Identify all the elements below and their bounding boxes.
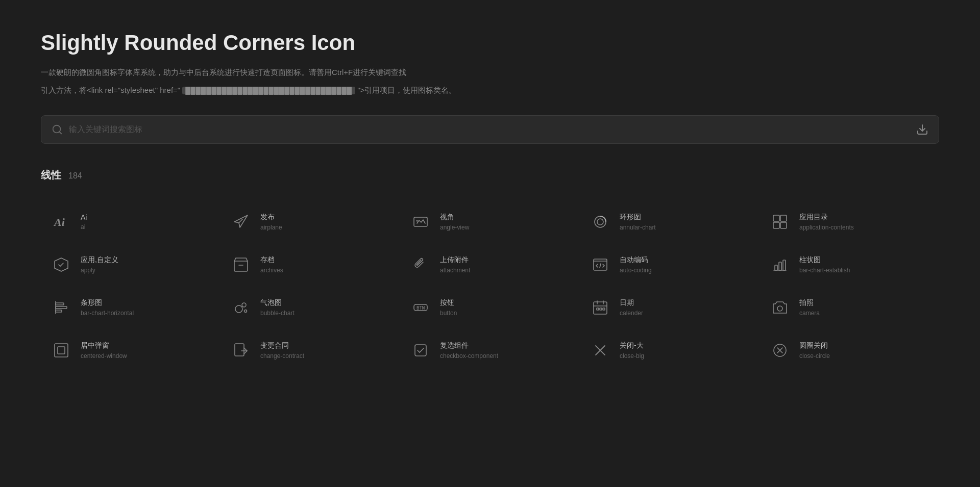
- desc-line2: 引入方法，将<link rel="stylesheet" href=" ████…: [41, 83, 939, 97]
- icon-grid: Ai Ai ai 发布 airplane 视角 angle-view 环形图 a…: [41, 200, 939, 372]
- icon-item-bubble-chart[interactable]: 气泡图 bubble-chart: [220, 286, 400, 329]
- application-contents-icon: [770, 212, 790, 232]
- icon-label-cn: 拍照: [799, 298, 820, 307]
- svg-rect-35: [597, 308, 599, 310]
- svg-rect-24: [56, 306, 67, 309]
- section-header: 线性 184: [41, 168, 939, 182]
- icon-label-en: bubble-chart: [260, 310, 295, 317]
- icon-label-cn: 关闭-大: [620, 341, 644, 350]
- icon-label-cn: 气泡图: [260, 298, 295, 307]
- icon-label-en: ai: [81, 223, 87, 230]
- icon-label-cn: 柱状图: [799, 255, 850, 265]
- icon-item-attachment[interactable]: 上传附件 attachment: [400, 243, 580, 286]
- icon-label-en: calender: [620, 310, 643, 317]
- close-circle-icon: [770, 340, 790, 361]
- attachment-icon: [410, 254, 431, 275]
- icon-item-camera[interactable]: 拍照 camera: [760, 286, 939, 329]
- icon-label-cn: Ai: [81, 213, 87, 221]
- svg-point-8: [597, 219, 603, 225]
- centered-window-icon: [51, 340, 71, 361]
- icon-item-change-contract[interactable]: 变更合同 change-contract: [220, 329, 400, 372]
- svg-rect-25: [56, 310, 62, 312]
- icon-item-application-contents[interactable]: 应用目录 application-contents: [760, 200, 939, 243]
- icon-label-en: archives: [260, 267, 283, 274]
- icon-item-button[interactable]: BTN 按钮 button: [400, 286, 580, 329]
- icon-label-en: attachment: [440, 267, 470, 274]
- page-title: Slightly Rounded Corners Icon: [41, 31, 939, 55]
- airplane-icon: [231, 212, 251, 232]
- icon-item-annular-chart[interactable]: 环形图 annular-chart: [580, 200, 760, 243]
- button-icon: BTN: [410, 297, 431, 318]
- icon-item-archives[interactable]: 存档 archives: [220, 243, 400, 286]
- angle-view-icon: [410, 212, 431, 232]
- ai-icon: Ai: [51, 212, 71, 232]
- section-title: 线性: [41, 168, 61, 182]
- icon-item-apply[interactable]: 应用,自定义 apply: [41, 243, 220, 286]
- svg-point-6: [416, 220, 418, 222]
- svg-point-26: [235, 305, 242, 313]
- svg-rect-23: [56, 303, 64, 305]
- icon-label-en: angle-view: [440, 224, 469, 231]
- checkbox-component-icon: [410, 340, 431, 361]
- archives-icon: [231, 254, 251, 275]
- icon-item-angle-view[interactable]: 视角 angle-view: [400, 200, 580, 243]
- icon-label-cn: 发布: [260, 213, 282, 222]
- svg-rect-41: [235, 344, 244, 356]
- section-count: 184: [68, 171, 82, 181]
- svg-rect-10: [780, 215, 787, 221]
- icon-item-auto-coding[interactable]: 自动编码 auto-coding: [580, 243, 760, 286]
- search-input[interactable]: [69, 125, 916, 134]
- icon-item-checkbox-component[interactable]: 复选组件 checkbox-component: [400, 329, 580, 372]
- icon-label-en: bar-chart-establish: [799, 267, 850, 274]
- svg-rect-21: [783, 260, 786, 270]
- icon-label-cn: 圆圈关闭: [799, 341, 830, 350]
- icon-label-en: application-contents: [799, 224, 854, 231]
- svg-rect-42: [415, 345, 426, 356]
- icon-label-cn: 按钮: [440, 298, 457, 307]
- icon-label-en: close-big: [620, 352, 644, 360]
- icon-label-en: annular-chart: [620, 224, 656, 231]
- icon-label-cn: 存档: [260, 255, 283, 265]
- icon-label-en: camera: [799, 310, 820, 317]
- svg-text:BTN: BTN: [416, 305, 425, 311]
- svg-text:Ai: Ai: [53, 216, 65, 228]
- svg-point-28: [244, 310, 247, 313]
- icon-label-cn: 应用,自定义: [81, 255, 118, 265]
- icon-item-centered-window[interactable]: 居中弹窗 centered-window: [41, 329, 220, 372]
- icon-item-close-circle[interactable]: 圆圈关闭 close-circle: [760, 329, 939, 372]
- svg-line-4: [239, 219, 242, 223]
- icon-label-en: auto-coding: [620, 267, 652, 274]
- svg-rect-40: [58, 347, 65, 354]
- icon-label-en: apply: [81, 267, 118, 274]
- bar-chart-horizontal-icon: [51, 297, 71, 318]
- icon-item-bar-chart-horizontal[interactable]: 条形图 bar-chart-horizontal: [41, 286, 220, 329]
- annular-chart-icon: [590, 212, 610, 232]
- change-contract-icon: [231, 340, 251, 361]
- icon-label-cn: 日期: [620, 298, 643, 307]
- icon-label-cn: 居中弹窗: [81, 341, 127, 350]
- search-icon: [52, 124, 63, 135]
- icon-item-close-big[interactable]: 关闭-大 close-big: [580, 329, 760, 372]
- icon-label-cn: 自动编码: [620, 255, 652, 265]
- svg-rect-9: [773, 215, 779, 221]
- calender-icon: [590, 297, 610, 318]
- icon-label-en: centered-window: [81, 352, 127, 360]
- icon-label-cn: 上传附件: [440, 255, 470, 265]
- download-icon[interactable]: [916, 123, 928, 136]
- apply-icon: [51, 254, 71, 275]
- icon-item-bar-chart-establish[interactable]: 柱状图 bar-chart-establish: [760, 243, 939, 286]
- svg-rect-36: [600, 308, 602, 310]
- icon-item-calender[interactable]: 日期 calender: [580, 286, 760, 329]
- desc-line1: 一款硬朗的微圆角图标字体库系统，助力与中后台系统进行快速打造页面图标。请善用Ct…: [41, 65, 939, 79]
- icon-item-airplane[interactable]: 发布 airplane: [220, 200, 400, 243]
- svg-line-1: [59, 132, 61, 134]
- search-bar: [41, 115, 939, 144]
- icon-item-ai[interactable]: Ai Ai ai: [41, 200, 220, 243]
- camera-icon: [770, 297, 790, 318]
- bubble-chart-icon: [231, 297, 251, 318]
- svg-rect-39: [55, 344, 68, 357]
- icon-label-cn: 复选组件: [440, 341, 498, 350]
- svg-rect-20: [779, 262, 781, 270]
- icon-label-en: airplane: [260, 224, 282, 231]
- bar-chart-establish-icon: [770, 254, 790, 275]
